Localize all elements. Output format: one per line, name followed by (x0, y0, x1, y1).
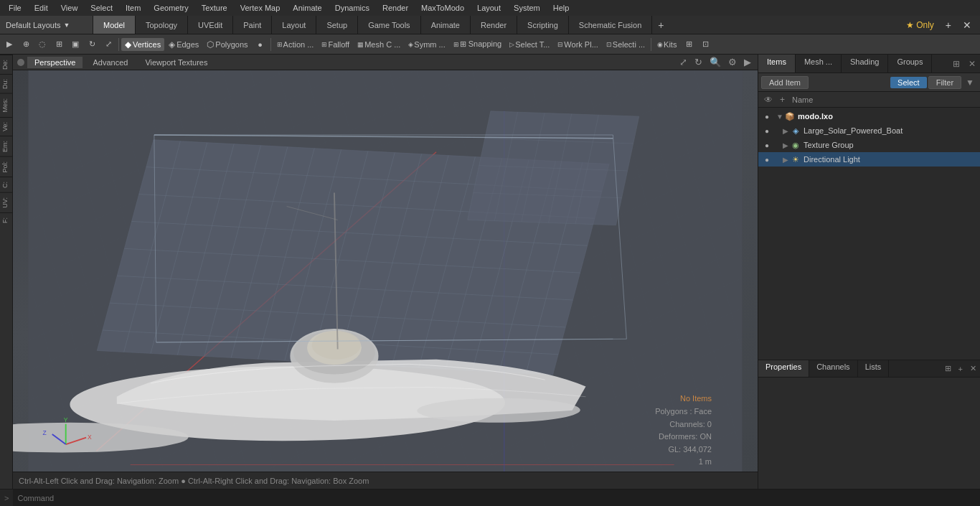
tb-polygons-button[interactable]: ⬡ Polygons (203, 38, 251, 51)
left-tab-mes[interactable]: Mes: (0, 93, 12, 117)
layout-tab-scripting[interactable]: Scripting (517, 16, 569, 34)
item-eye-btn[interactable]: 👁 (761, 94, 776, 106)
left-tab-f[interactable]: F: (0, 212, 12, 228)
prop-icon-plus[interactable]: + (955, 362, 966, 375)
panel-arrow[interactable]: ▼ (963, 76, 977, 89)
tb-selecti-button[interactable]: ⊡ Selecti ... (603, 39, 649, 50)
prop-icon-close[interactable]: ✕ (966, 362, 980, 375)
tb-snapping-button[interactable]: ⊞ ⊞ Snapping (450, 38, 506, 50)
tree-item-root[interactable]: ● ▼ 📦 modo.lxo (758, 109, 980, 123)
rp-icon-close[interactable]: ✕ (964, 56, 980, 72)
menu-file[interactable]: File (3, 2, 27, 14)
star-only-button[interactable]: ★ Only (902, 19, 938, 32)
menu-item[interactable]: Item (120, 2, 146, 14)
layout-tab-game-tools[interactable]: Game Tools (358, 16, 421, 34)
layout-tab-schematic[interactable]: Schematic Fusion (569, 16, 652, 34)
rp-tab-items[interactable]: Items (758, 55, 796, 72)
tree-item-light[interactable]: ● ▶ ☀ Directional Light (758, 152, 980, 167)
tb-arrow-button[interactable]: ▶ (1, 37, 17, 52)
rp-tab-mesh[interactable]: Mesh ... (796, 55, 842, 72)
layout-tab-paint[interactable]: Paint (233, 16, 272, 34)
layout-tab-render[interactable]: Render (471, 16, 517, 34)
viewport-tab-textures[interactable]: Viewport Textures (138, 57, 215, 68)
viewport[interactable]: X Y Z No Items Polygons : Face Channels:… (13, 70, 758, 472)
layout-tab-setup[interactable]: Setup (316, 16, 358, 34)
layout-tab-model[interactable]: Model (93, 16, 136, 34)
layout-dropdown[interactable]: Default Layouts ▼ (0, 16, 93, 34)
tb-scale-button[interactable]: ⤢ (100, 37, 116, 52)
tree-expand-root[interactable]: ▼ (776, 113, 784, 121)
menu-edit[interactable]: Edit (29, 2, 54, 14)
rp-tab-groups[interactable]: Groups (888, 55, 932, 72)
rp-icon-expand[interactable]: ⊞ (948, 56, 964, 72)
tree-expand-boat[interactable]: ▶ (781, 127, 790, 135)
select-button[interactable]: Select (890, 77, 927, 88)
viewport-tab-advanced[interactable]: Advanced (85, 57, 135, 68)
left-tab-uv[interactable]: UV: (0, 192, 12, 212)
tb-select2-button[interactable]: ▣ (67, 37, 83, 52)
prop-icon-expand[interactable]: ⊞ (941, 362, 955, 375)
left-tab-de[interactable]: De: (0, 55, 12, 74)
tb-items-button[interactable]: ● (253, 37, 268, 52)
menu-render[interactable]: Render (377, 2, 414, 14)
tree-eye-boat[interactable]: ● (761, 127, 773, 135)
tb-workpl-button[interactable]: ⊟ Work Pl... (554, 39, 601, 50)
viewport-dot[interactable] (17, 59, 24, 66)
tb-action-button[interactable]: ⊞ Action ... (273, 39, 318, 50)
tb-symm-button[interactable]: ◈ Symm ... (405, 39, 448, 50)
tb-rotate-button[interactable]: ↻ (84, 37, 100, 52)
tree-eye-root[interactable]: ● (761, 113, 773, 121)
viewport-icon-play[interactable]: ▶ (742, 56, 753, 68)
rp-tab-shading[interactable]: Shading (842, 55, 888, 72)
left-tab-pol[interactable]: Pol: (0, 156, 12, 177)
item-plus-btn[interactable]: + (777, 94, 788, 106)
tb-falloff-button[interactable]: ⊞ Falloff (318, 39, 353, 50)
menu-system[interactable]: System (508, 2, 546, 14)
tree-eye-light[interactable]: ● (761, 156, 773, 164)
menu-help[interactable]: Help (547, 2, 575, 14)
layout-tab-uvedit[interactable]: UVEdit (188, 16, 233, 34)
layout-tab-layout[interactable]: Layout (272, 16, 316, 34)
tree-item-boat[interactable]: ● ▶ ◈ Large_Solar_Powered_Boat (758, 123, 980, 138)
tree-expand-texture[interactable]: ▶ (781, 141, 790, 149)
layout-tab-animate[interactable]: Animate (421, 16, 471, 34)
menu-animate[interactable]: Animate (287, 2, 327, 14)
tb-globe-button[interactable]: ⊕ (18, 37, 34, 52)
prop-tab-channels[interactable]: Channels (809, 360, 857, 377)
layout-add-button[interactable]: + (652, 18, 669, 32)
tb-selectt-button[interactable]: ▷ Select T... (506, 39, 553, 50)
layout-close-button[interactable]: ✕ (958, 18, 976, 32)
menu-geometry[interactable]: Geometry (148, 2, 194, 14)
menu-layout[interactable]: Layout (471, 2, 507, 14)
tb-mesh-button[interactable]: ▦ Mesh C ... (354, 39, 404, 50)
add-item-button[interactable]: Add Item (761, 76, 809, 89)
tree-item-texture[interactable]: ● ▶ ◉ Texture Group (758, 138, 980, 152)
filter-button[interactable]: Filter (928, 76, 961, 89)
prop-tab-properties[interactable]: Properties (758, 360, 809, 377)
menu-select[interactable]: Select (85, 2, 118, 14)
viewport-icon-settings[interactable]: ⚙ (726, 56, 739, 68)
tb-view1-button[interactable]: ⊞ (681, 37, 697, 52)
tb-view2-button[interactable]: ⊡ (697, 37, 713, 52)
command-input[interactable] (13, 489, 980, 506)
tree-expand-light[interactable]: ▶ (781, 156, 790, 164)
left-tab-du[interactable]: Du: (0, 74, 12, 93)
tree-eye-texture[interactable]: ● (761, 141, 773, 149)
viewport-tab-perspective[interactable]: Perspective (27, 57, 83, 68)
left-tab-ve[interactable]: Ve: (0, 117, 12, 136)
tb-lasso-button[interactable]: ◌ (34, 37, 50, 52)
menu-texture[interactable]: Texture (196, 2, 233, 14)
tb-select-rect-button[interactable]: ⊞ (51, 37, 67, 52)
menu-view[interactable]: View (55, 2, 84, 14)
left-tab-c[interactable]: C: (0, 177, 12, 192)
item-tree[interactable]: ● ▼ 📦 modo.lxo ● ▶ ◈ Large_Solar_Powered… (758, 108, 980, 360)
menu-vertex-map[interactable]: Vertex Map (235, 2, 286, 14)
prop-tab-lists[interactable]: Lists (858, 360, 890, 377)
tb-edges-button[interactable]: ◈ Edges (165, 38, 202, 51)
viewport-icon-search[interactable]: 🔍 (707, 56, 723, 68)
viewport-icon-arrows[interactable]: ⤢ (677, 56, 689, 68)
tb-kits-button[interactable]: ◉ Kits (654, 39, 680, 50)
menu-maxtomodo[interactable]: MaxToModo (415, 2, 470, 14)
viewport-icon-refresh[interactable]: ↻ (692, 56, 705, 68)
tb-vertices-button[interactable]: ◆ Vertices (121, 38, 164, 51)
